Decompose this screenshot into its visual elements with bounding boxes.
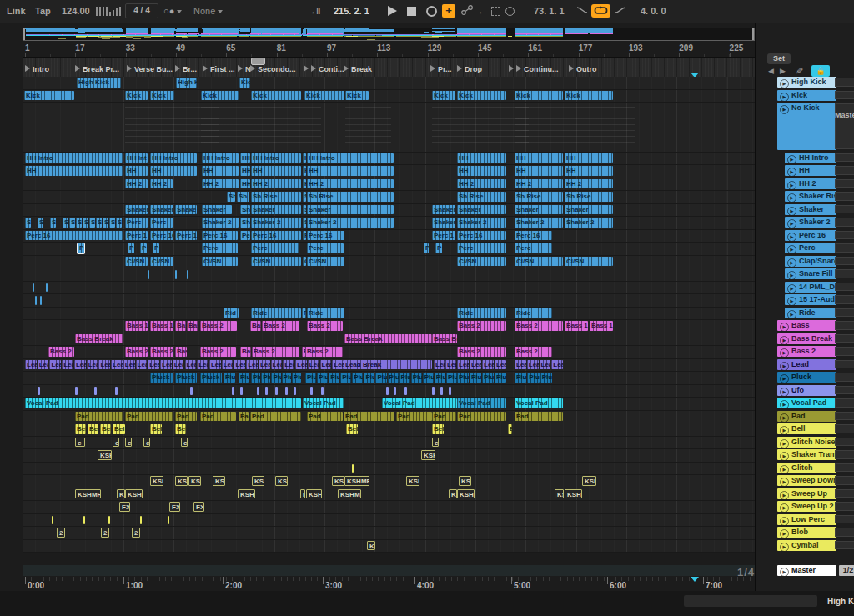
track-header-ufo[interactable]: ▶Ufo — [777, 385, 836, 396]
track-mixer-box[interactable] — [835, 541, 854, 550]
track-header-shaker-2[interactable]: ▶Shaker 2 — [785, 217, 836, 228]
clip[interactable]: Lea — [515, 360, 526, 370]
nudge-down-icon[interactable] — [96, 7, 108, 16]
clip[interactable]: S — [109, 218, 115, 228]
clip[interactable] — [432, 387, 435, 396]
clip[interactable]: Perc 1 — [125, 231, 148, 241]
play-button[interactable] — [388, 6, 397, 16]
clip[interactable] — [275, 387, 278, 396]
clip[interactable]: Cl/SN — [125, 257, 148, 267]
clip[interactable]: Bass 2 — [305, 347, 343, 357]
master-output-chooser[interactable]: 1/2 — [839, 565, 854, 576]
clip[interactable]: Cl/SN — [150, 257, 173, 267]
clip[interactable] — [38, 387, 40, 396]
clip[interactable]: Plu — [271, 373, 280, 383]
clip[interactable]: 2 — [101, 528, 109, 538]
loop-length-field[interactable]: 4. 0. 0 — [640, 6, 666, 16]
clip[interactable]: KS — [117, 489, 125, 499]
clip[interactable]: Plu — [457, 373, 469, 383]
track-header-sweep-down[interactable]: ▶Sweep Down — [777, 475, 836, 486]
clip[interactable]: Lea — [457, 360, 469, 370]
clip[interactable]: HH — [515, 153, 563, 163]
lane-sweep-up-2[interactable]: FXFXFX — [23, 501, 755, 514]
clip[interactable]: Lea — [185, 360, 197, 370]
lane-hh[interactable]: HHHHHHHHHHHHHHHHHHHHH — [23, 165, 755, 178]
lane-sweep-down[interactable]: KSHKSHKSHKSHKSHKSHKSHKSHMRKSHKSHKSH — [23, 475, 755, 488]
clip[interactable] — [52, 516, 53, 525]
clip[interactable]: Plu — [317, 373, 328, 383]
clip[interactable]: P — [128, 243, 134, 253]
clip[interactable]: HH — [240, 166, 250, 176]
clip[interactable]: HH Intro — [202, 153, 239, 163]
clip[interactable]: Perc 16 — [515, 231, 552, 241]
prev-locator-button[interactable]: ◀ — [768, 67, 774, 75]
lane-bass-break[interactable]: Bass BreakBass BreakBass Br — [23, 333, 755, 347]
clip[interactable]: Bass 2 — [457, 321, 506, 331]
clip[interactable]: KSHI — [125, 489, 143, 499]
clip[interactable] — [46, 283, 48, 293]
clip[interactable]: Shake — [175, 205, 197, 215]
track-mixer-box[interactable] — [835, 295, 854, 304]
track-header-bass-2[interactable]: ▶Bass 2 — [777, 346, 836, 357]
clip[interactable]: HH 2 — [565, 179, 613, 189]
track-mixer-box[interactable] — [835, 91, 854, 100]
clip[interactable]: Plu — [411, 373, 422, 383]
clip[interactable]: HH — [125, 166, 148, 176]
track-header-hh[interactable]: ▶HH — [785, 165, 836, 176]
clip[interactable]: Lea — [551, 360, 563, 370]
clip[interactable]: Vocal Pad — [457, 398, 506, 408]
clip[interactable] — [190, 387, 193, 396]
clip[interactable]: Pad — [307, 412, 343, 422]
clip[interactable]: Perc — [202, 243, 238, 253]
clip[interactable]: Vocal Pad — [303, 398, 344, 408]
lane-14-pml-dpv[interactable] — [23, 282, 755, 295]
re-enable-automation-icon[interactable]: ← — [478, 6, 487, 16]
clip[interactable]: S — [50, 218, 56, 228]
clip[interactable]: c — [113, 438, 119, 448]
lane-glitch[interactable] — [23, 463, 755, 476]
tempo-field[interactable]: 124.00 — [62, 6, 90, 16]
clip[interactable]: Plu — [352, 373, 363, 383]
lane-clap-snare[interactable]: Cl/SNCl/SNCl/SNCl/SNCCl/SNCl/SNCl/SNCl/S… — [23, 256, 755, 269]
clip[interactable]: HH 2 — [150, 179, 173, 189]
track-mixer-box[interactable] — [835, 166, 854, 175]
clip[interactable]: KSHI — [457, 489, 475, 499]
link-button[interactable]: Link — [7, 6, 26, 16]
clip[interactable]: Lea — [222, 360, 234, 370]
clip[interactable]: S — [303, 218, 306, 228]
clip[interactable]: FX — [193, 502, 204, 512]
clip[interactable]: Shaker — [565, 205, 613, 215]
clip[interactable]: KSH — [188, 476, 201, 486]
clip[interactable]: Perc — [125, 218, 148, 228]
metronome-button[interactable]: ○● — [163, 6, 182, 16]
clip[interactable]: Pluck — [175, 373, 197, 383]
draw-mode-icon[interactable]: ✎ — [796, 66, 803, 77]
clip[interactable]: Plu — [364, 373, 374, 383]
clip[interactable]: Lea — [49, 360, 61, 370]
clip[interactable]: Bel — [150, 424, 162, 434]
punch-in-icon[interactable] — [576, 4, 588, 18]
clip[interactable]: KSH — [98, 450, 112, 460]
track-header-no-kick[interactable]: ▶No Kick — [777, 103, 836, 150]
clip[interactable]: P — [424, 243, 429, 253]
clip[interactable]: Lea — [209, 360, 221, 370]
clip[interactable] — [386, 387, 389, 396]
clip[interactable]: KSHMR — [338, 489, 361, 499]
clip[interactable]: Pad — [239, 412, 249, 422]
clip[interactable] — [187, 270, 188, 279]
track-header-snare-fill[interactable]: ▶Snare Fill — [785, 268, 836, 279]
clip[interactable] — [115, 387, 118, 396]
clip[interactable]: Bass 2 — [252, 347, 299, 357]
clip[interactable]: Pad — [457, 412, 506, 422]
track-mixer-box[interactable] — [835, 78, 854, 87]
clip[interactable]: KSH — [275, 476, 288, 486]
clip[interactable]: KSH — [252, 476, 264, 486]
clip[interactable]: Lea — [234, 360, 245, 370]
clip[interactable]: Plu — [423, 373, 434, 383]
clip[interactable]: Pad — [250, 412, 301, 422]
track-mixer-box[interactable] — [835, 502, 854, 511]
lane-bell[interactable]: BelBelBelBelBelBelBelBelB — [23, 423, 755, 437]
clip[interactable]: KS — [449, 489, 457, 499]
clip[interactable]: KSH — [582, 476, 596, 486]
lane-bass-2[interactable]: Bass 2Bass 2Bass 2BasBass 2BasBass 2BBas… — [23, 346, 755, 359]
